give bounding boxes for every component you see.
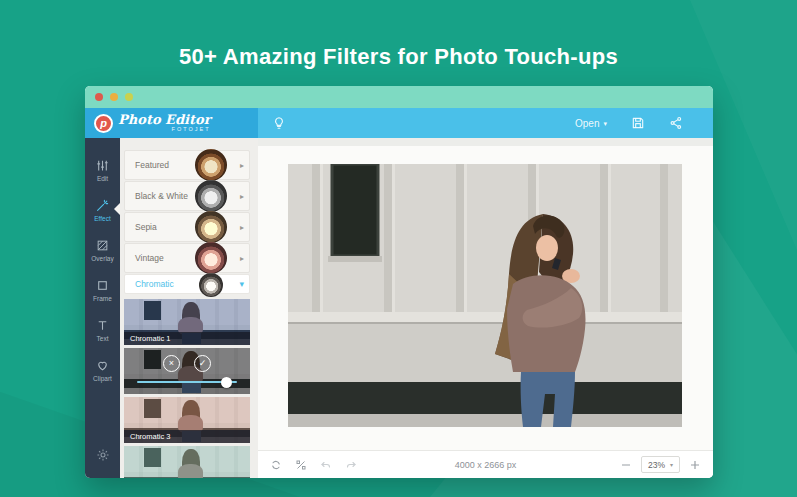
lightbulb-icon[interactable]	[272, 116, 286, 130]
cancel-filter-button[interactable]: ×	[163, 355, 180, 372]
sidebar-item-frame[interactable]: Frame	[85, 270, 120, 310]
edited-photo[interactable]	[288, 164, 682, 427]
chevron-right-icon: ▸	[240, 254, 244, 263]
share-icon[interactable]	[669, 116, 683, 130]
zoom-level-value: 23%	[648, 460, 665, 470]
sidebar-item-label: Text	[97, 335, 109, 342]
editor-canvas: 4000 x 2666 px 23% ▾	[258, 138, 713, 478]
redo-icon[interactable]	[345, 459, 357, 471]
category-thumbnail	[199, 273, 223, 297]
percent-icon[interactable]	[295, 459, 307, 471]
sidebar-item-label: Effect	[94, 215, 111, 222]
filter-category-chromatic[interactable]: Chromatic ▾	[124, 274, 250, 294]
sidebar-item-label: Edit	[97, 175, 108, 182]
magic-wand-icon	[96, 199, 109, 212]
preset-chromatic-2-active[interactable]: × ✓	[124, 348, 250, 394]
sidebar-item-label: Clipart	[93, 375, 112, 382]
minimize-window-button[interactable]	[110, 93, 118, 101]
sidebar-item-overlay[interactable]: Overlay	[85, 230, 120, 270]
close-window-button[interactable]	[95, 93, 103, 101]
maximize-window-button[interactable]	[125, 93, 133, 101]
category-thumbnail	[195, 180, 227, 212]
zoom-in-icon[interactable]	[689, 459, 701, 471]
app-window: p Photo Editor FOTOJET Open ▾	[85, 86, 713, 478]
filter-intensity-slider[interactable]	[137, 381, 238, 383]
open-button-label: Open	[575, 118, 599, 129]
preset-list: Chromatic 1 × ✓	[124, 299, 250, 478]
preset-thumbnail	[124, 446, 250, 478]
window-titlebar	[85, 86, 713, 108]
logo-badge-icon: p	[94, 114, 113, 133]
filter-category-featured[interactable]: Featured ▸	[124, 150, 250, 180]
preset-label: Chromatic 1	[124, 332, 250, 345]
filter-category-vintage[interactable]: Vintage ▸	[124, 243, 250, 273]
text-icon	[96, 319, 109, 332]
app-name: Photo Editor	[118, 113, 211, 126]
sidebar-item-label: Overlay	[91, 255, 113, 262]
chevron-down-icon: ▾	[670, 461, 673, 468]
effects-panel: Featured ▸ Black & White ▸ Sepia ▸ Vinta…	[120, 138, 258, 478]
active-panel-pointer	[114, 203, 120, 215]
page-title: 50+ Amazing Filters for Photo Touch-ups	[0, 44, 797, 70]
chevron-right-icon: ▸	[240, 223, 244, 232]
preset-chromatic-1[interactable]: Chromatic 1	[124, 299, 250, 345]
category-thumbnail	[195, 242, 227, 274]
frame-icon	[96, 279, 109, 292]
save-icon[interactable]	[631, 116, 645, 130]
overlay-icon	[96, 239, 109, 252]
chevron-right-icon: ▸	[240, 161, 244, 170]
chevron-down-icon: ▾	[239, 279, 244, 289]
filter-category-black-white[interactable]: Black & White ▸	[124, 181, 250, 211]
filter-category-sepia[interactable]: Sepia ▸	[124, 212, 250, 242]
undo-icon[interactable]	[320, 459, 332, 471]
header-toolbar: Open ▾	[258, 108, 713, 138]
zoom-level-dropdown[interactable]: 23% ▾	[641, 456, 680, 473]
settings-button[interactable]	[96, 448, 110, 466]
open-button[interactable]: Open ▾	[575, 118, 607, 129]
preset-label: Chromatic 3	[124, 430, 250, 443]
heart-icon	[96, 359, 109, 372]
app-logo: p Photo Editor FOTOJET	[85, 108, 258, 138]
preset-active-overlay: × ✓	[124, 348, 250, 394]
slider-knob[interactable]	[221, 377, 232, 388]
chevron-down-icon: ▾	[603, 120, 607, 127]
sidebar-item-text[interactable]: Text	[85, 310, 120, 350]
category-thumbnail	[195, 149, 227, 181]
preset-chromatic-4[interactable]	[124, 446, 250, 478]
sidebar-item-clipart[interactable]: Clipart	[85, 350, 120, 390]
gear-icon	[96, 448, 110, 462]
chevron-right-icon: ▸	[240, 192, 244, 201]
app-subtitle: FOTOJET	[172, 127, 211, 133]
tool-sidebar: Edit Effect Overlay Frame	[85, 138, 120, 478]
apply-filter-button[interactable]: ✓	[194, 355, 211, 372]
sliders-icon	[96, 159, 109, 172]
preset-chromatic-3[interactable]: Chromatic 3	[124, 397, 250, 443]
category-thumbnail	[195, 211, 227, 243]
canvas-bottom-bar: 4000 x 2666 px 23% ▾	[258, 450, 713, 478]
sidebar-item-edit[interactable]: Edit	[85, 150, 120, 190]
app-header: p Photo Editor FOTOJET Open ▾	[85, 108, 713, 138]
refresh-icon[interactable]	[270, 459, 282, 471]
sidebar-item-label: Frame	[93, 295, 112, 302]
zoom-out-icon[interactable]	[620, 459, 632, 471]
